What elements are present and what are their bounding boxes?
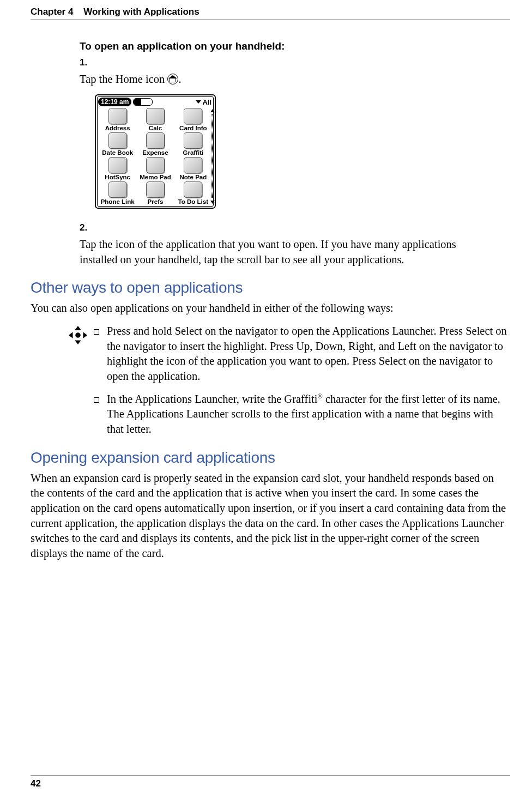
step-text: Tap the icon of the application that you… [80, 237, 494, 267]
app-launcher-item[interactable]: Expense [136, 132, 174, 156]
app-launcher-item[interactable]: HotSync [99, 157, 136, 180]
app-launcher-item[interactable]: Prefs [136, 181, 174, 205]
app-label: HotSync [105, 174, 130, 180]
svg-marker-2 [69, 332, 73, 338]
section-heading-other-ways: Other ways to open applications [31, 279, 510, 296]
battery-icon [133, 98, 153, 106]
app-icon [184, 157, 202, 173]
app-launcher-item[interactable]: Note Pad [174, 157, 212, 180]
step-text: Tap the Home icon . [80, 72, 494, 87]
svg-marker-3 [83, 332, 88, 338]
bullet-item: Press and hold Select on the navigator t… [94, 324, 510, 384]
step-2: 2. Tap the icon of the application that … [80, 222, 510, 267]
page-header: Chapter 4 Working with Applications [31, 7, 510, 20]
app-icon [184, 181, 202, 198]
svg-marker-0 [75, 326, 81, 330]
scrollbar[interactable] [210, 109, 215, 204]
app-label: Date Book [102, 149, 133, 156]
app-label: Note Pad [179, 174, 207, 180]
step-1: 1. Tap the Home icon . [80, 57, 510, 87]
app-icon [146, 132, 165, 149]
section-heading-expansion: Opening expansion card applications [31, 449, 510, 467]
category-label: All [202, 98, 211, 106]
app-launcher-item[interactable]: To Do List [174, 181, 212, 205]
app-icon [108, 132, 127, 149]
app-grid: AddressCalcCard InfoDate BookExpenseGraf… [98, 107, 213, 206]
app-icon [108, 108, 127, 124]
app-label: Graffiti [183, 149, 203, 156]
app-label: Prefs [148, 198, 164, 205]
procedure-title: To open an application on your handheld: [80, 40, 510, 52]
app-icon [108, 157, 127, 173]
chevron-down-icon [196, 100, 201, 104]
home-icon [167, 74, 178, 84]
svg-point-4 [75, 332, 81, 338]
app-icon [184, 108, 202, 124]
app-label: Phone Link [101, 198, 135, 205]
clock: 12:19 am [98, 98, 131, 106]
app-launcher-item[interactable]: Phone Link [99, 181, 136, 205]
scroll-track[interactable] [211, 114, 214, 198]
app-icon [146, 157, 165, 173]
device-status-bar: 12:19 am All [98, 97, 213, 107]
app-label: Address [105, 125, 130, 131]
scroll-down-icon[interactable] [210, 201, 215, 204]
app-icon [146, 181, 165, 198]
square-bullet-icon [94, 397, 99, 403]
app-label: Expense [142, 149, 168, 156]
chapter-title: Working with Applications [83, 7, 200, 17]
app-launcher-item[interactable]: Address [99, 108, 136, 131]
page-footer: 42 [31, 776, 510, 789]
category-menu[interactable]: All [196, 98, 213, 106]
app-icon [108, 181, 127, 198]
app-label: Card Info [179, 125, 207, 131]
bullet-text: In the Applications Launcher, write the … [107, 392, 510, 437]
intro-paragraph: You can also open applications on your h… [31, 301, 510, 316]
app-icon [184, 132, 202, 149]
app-icon [146, 108, 165, 124]
svg-marker-1 [75, 341, 81, 345]
app-launcher-item[interactable]: Calc [136, 108, 174, 131]
step-number: 2. [80, 222, 94, 234]
scroll-up-icon[interactable] [210, 109, 215, 112]
app-label: Calc [149, 125, 162, 131]
app-launcher-item[interactable]: Graffiti [174, 132, 212, 156]
navigator-icon [68, 325, 88, 346]
app-launcher-item[interactable]: Memo Pad [136, 157, 174, 180]
chapter-label: Chapter 4 [31, 7, 73, 17]
app-label: To Do List [178, 198, 208, 205]
bullet-item: In the Applications Launcher, write the … [94, 392, 510, 437]
step-number: 1. [80, 57, 94, 69]
app-launcher-item[interactable]: Date Book [99, 132, 136, 156]
page-number: 42 [31, 778, 41, 789]
body-paragraph: When an expansion card is properly seate… [31, 471, 510, 561]
bullet-text: Press and hold Select on the navigator t… [107, 324, 510, 384]
device-screenshot: 12:19 am All AddressCalcCard InfoDate Bo… [95, 94, 216, 209]
app-launcher-item[interactable]: Card Info [174, 108, 212, 131]
square-bullet-icon [94, 329, 99, 335]
app-label: Memo Pad [140, 174, 171, 180]
